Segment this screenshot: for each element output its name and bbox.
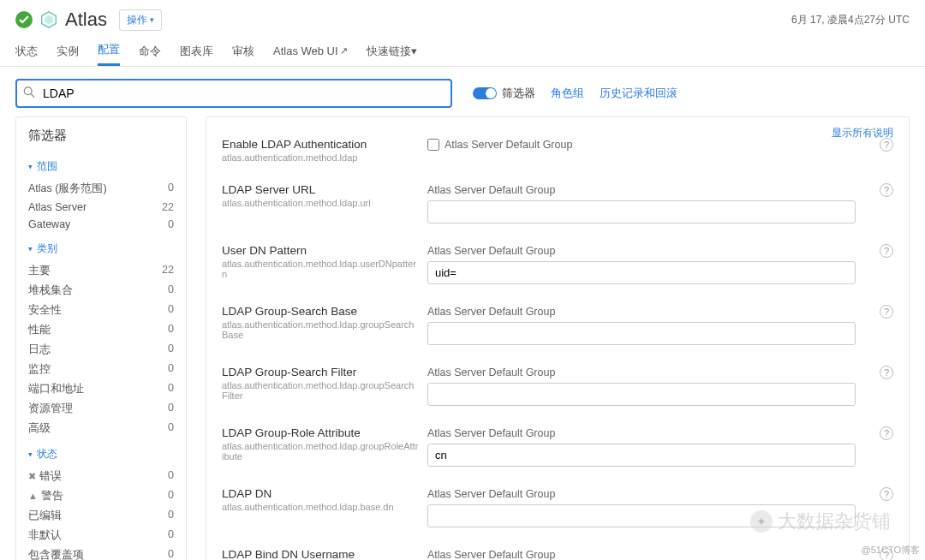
filter-item[interactable]: 安全性0	[16, 301, 186, 320]
filter-item[interactable]: Atlas (服务范围)0	[16, 179, 186, 199]
filter-item-count: 0	[168, 218, 174, 230]
tab-1[interactable]: 实例	[57, 36, 79, 66]
filter-item-label: 包含覆盖项	[28, 548, 84, 560]
filter-item[interactable]: ▲警告0	[16, 486, 186, 506]
filter-item[interactable]: 性能0	[16, 320, 186, 340]
help-icon[interactable]: ?	[880, 244, 893, 258]
filter-item[interactable]: 高级0	[16, 419, 186, 438]
config-key: atlas.authentication.method.ldap	[222, 152, 419, 163]
config-group-label: Atlas Server Default Group	[445, 139, 572, 151]
filter-item-count: 0	[168, 421, 174, 436]
help-icon[interactable]: ?	[880, 487, 893, 501]
filter-group-0[interactable]: ▸范围	[16, 151, 186, 179]
config-text-input[interactable]	[427, 322, 856, 345]
filter-item-count: 0	[168, 489, 174, 503]
filter-item-label: 资源管理	[28, 402, 73, 416]
role-group-link[interactable]: 角色组	[551, 86, 584, 101]
actions-dropdown-button[interactable]: 操作 ▾	[119, 9, 162, 31]
config-text-input[interactable]	[427, 504, 856, 527]
filter-item[interactable]: 已编辑0	[16, 506, 186, 526]
config-label-block: LDAP Bind DN Usernameatlas.authenticatio…	[222, 548, 419, 560]
filter-item-count: 0	[168, 182, 174, 196]
filter-group-1[interactable]: ▸类别	[16, 233, 186, 261]
filter-item-count: 0	[168, 283, 174, 298]
config-group-row: Atlas Server Default Group?	[427, 548, 893, 560]
help-icon[interactable]: ?	[880, 366, 893, 379]
chevron-down-icon: ▸	[27, 452, 35, 456]
config-label-block: User DN Patternatlas.authentication.meth…	[222, 244, 419, 284]
filter-item-count: 0	[168, 323, 174, 337]
help-icon[interactable]: ?	[880, 183, 893, 197]
filter-item[interactable]: 主要22	[16, 261, 186, 281]
filter-item-label: Atlas (服务范围)	[28, 182, 107, 196]
help-icon[interactable]: ?	[880, 305, 893, 319]
filter-item-count: 22	[162, 264, 174, 278]
config-group-label: Atlas Server Default Group	[427, 366, 555, 378]
caret-down-icon: ▾	[411, 45, 417, 57]
config-group-row: Atlas Server Default Group?	[427, 426, 893, 440]
filter-item-label: ✖错误	[28, 469, 62, 484]
config-text-input[interactable]	[427, 383, 856, 406]
filter-item-label: 日志	[28, 343, 51, 357]
filter-item-count: 0	[168, 548, 174, 560]
help-icon[interactable]: ?	[880, 426, 893, 440]
filter-item-count: 22	[162, 201, 174, 213]
filter-item-count: 0	[168, 303, 174, 318]
filter-item-count: 0	[168, 528, 174, 543]
config-text-input[interactable]	[427, 261, 856, 284]
filter-toggle-label: 筛选器	[502, 86, 535, 101]
filter-item[interactable]: 包含覆盖项0	[16, 545, 186, 560]
filter-item[interactable]: ✖错误0	[16, 467, 186, 486]
svg-point-2	[24, 87, 32, 95]
tab-4[interactable]: 图表库	[180, 36, 213, 66]
content-body: 筛选器 ▸范围Atlas (服务范围)0Atlas Server22Gatewa…	[0, 116, 925, 560]
config-text-input[interactable]	[427, 200, 856, 223]
check-circle-icon	[15, 11, 33, 28]
filter-item[interactable]: 资源管理0	[16, 399, 186, 419]
tab-5[interactable]: 审核	[232, 36, 254, 66]
filter-item[interactable]: 端口和地址0	[16, 379, 186, 399]
filter-item[interactable]: 非默认0	[16, 526, 186, 545]
config-checkbox[interactable]	[427, 139, 439, 151]
config-value-block: Atlas Server Default Group?	[427, 548, 893, 560]
tab-0[interactable]: 状态	[15, 36, 38, 66]
config-key: atlas.authentication.method.ldap.userDNp…	[222, 259, 419, 279]
config-text-input[interactable]	[427, 444, 856, 467]
filter-item-count: 0	[168, 402, 174, 416]
config-row: LDAP DNatlas.authentication.method.ldap.…	[222, 479, 893, 539]
tab-6[interactable]: Atlas Web UI↗	[273, 36, 348, 66]
filter-item-count: 0	[168, 343, 174, 357]
config-row: LDAP Bind DN Usernameatlas.authenticatio…	[222, 539, 893, 560]
config-title: LDAP Bind DN Username	[222, 548, 419, 560]
tab-3[interactable]: 命令	[139, 36, 161, 66]
sidebar-title: 筛选器	[16, 128, 186, 151]
config-value-block: Atlas Server Default Group?	[427, 487, 893, 527]
caret-down-icon: ▾	[150, 15, 154, 24]
tab-7[interactable]: 快速链接 ▾	[367, 36, 417, 66]
config-toolbar: 筛选器 角色组 历史记录和回滚	[0, 67, 925, 116]
config-label-block: LDAP Server URLatlas.authentication.meth…	[222, 183, 419, 223]
filter-item-label: ▲警告	[28, 489, 63, 503]
filter-item[interactable]: 堆栈集合0	[16, 281, 186, 301]
config-title: LDAP Group-Search Filter	[222, 366, 419, 378]
history-rollback-link[interactable]: 历史记录和回滚	[600, 86, 677, 101]
config-row: Enable LDAP Authenticationatlas.authenti…	[222, 129, 893, 175]
app-header: Atlas 操作 ▾ 6月 17, 凌晨4点27分 UTC	[0, 0, 925, 36]
show-all-descriptions-link[interactable]: 显示所有说明	[832, 126, 893, 140]
config-group-label: Atlas Server Default Group	[427, 549, 555, 560]
config-group-label: Atlas Server Default Group	[427, 245, 555, 257]
filter-toggle[interactable]: 筛选器	[473, 86, 535, 101]
tab-2[interactable]: 配置	[98, 36, 120, 66]
nav-tabs: 状态实例配置命令图表库审核Atlas Web UI↗快速链接 ▾	[0, 36, 925, 67]
search-input[interactable]	[15, 79, 452, 108]
filter-group-2[interactable]: ▸状态	[16, 438, 186, 467]
filter-item[interactable]: 监控0	[16, 360, 186, 379]
filter-item[interactable]: Gateway0	[16, 216, 186, 233]
filter-item-count: 0	[168, 362, 174, 377]
filter-item[interactable]: Atlas Server22	[16, 199, 186, 216]
config-label-block: LDAP Group-Role Attributeatlas.authentic…	[222, 426, 419, 467]
filter-item-label: 主要	[28, 264, 51, 278]
filter-item[interactable]: 日志0	[16, 340, 186, 360]
config-row: LDAP Group-Search Baseatlas.authenticati…	[222, 296, 893, 357]
actions-label: 操作	[127, 13, 147, 27]
